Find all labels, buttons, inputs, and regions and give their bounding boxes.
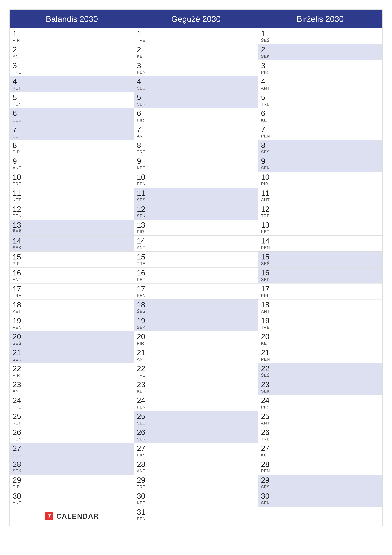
day-number: 14 bbox=[13, 237, 131, 245]
day-name: PIR bbox=[261, 70, 379, 75]
day-name: ŠEŠ bbox=[261, 38, 379, 43]
day-name: TRE bbox=[13, 182, 131, 186]
day-name: SEK bbox=[137, 437, 255, 442]
day-name: ŠEŠ bbox=[13, 453, 131, 458]
day-name: TRE bbox=[13, 293, 131, 298]
day-name: ŠEŠ bbox=[137, 197, 255, 202]
day-number: 26 bbox=[13, 428, 131, 437]
day-name: KET bbox=[137, 166, 255, 170]
day-number: 13 bbox=[13, 221, 131, 229]
day-number: 18 bbox=[261, 301, 379, 309]
month-header-june: Birželis 2030 bbox=[258, 10, 382, 28]
month-header-may: Gegužė 2030 bbox=[134, 10, 258, 28]
day-number: 22 bbox=[13, 365, 131, 373]
day-name: ŠEŠ bbox=[13, 341, 131, 346]
table-row: 18KET18ŠEŠ18ANT bbox=[10, 299, 382, 315]
day-name: SEK bbox=[261, 54, 379, 59]
logo-text: CALENDAR bbox=[56, 512, 99, 520]
day-name: PEN bbox=[137, 293, 255, 298]
day-name: ŠEŠ bbox=[261, 373, 379, 378]
day-number: 14 bbox=[137, 237, 255, 245]
table-row: 9ANT9KET9SEK bbox=[10, 156, 382, 172]
day-name: PEN bbox=[261, 134, 379, 139]
day-number: 9 bbox=[137, 157, 255, 166]
day-number: 21 bbox=[137, 349, 255, 357]
day-name: KET bbox=[13, 309, 131, 314]
table-row: 15PIR15TRE15ŠEŠ bbox=[10, 252, 382, 268]
day-number: 22 bbox=[137, 365, 255, 373]
day-name: ŠEŠ bbox=[261, 150, 379, 154]
day-number: 27 bbox=[261, 444, 379, 453]
table-row: 16ANT16KET16SEK bbox=[10, 267, 382, 283]
day-name: SEK bbox=[137, 102, 255, 107]
table-row: 27ŠEŠ27PIR27KET bbox=[10, 443, 382, 459]
day-number: 26 bbox=[261, 428, 379, 437]
day-name: PIR bbox=[137, 453, 255, 458]
day-name: SEK bbox=[13, 245, 131, 250]
day-name: ANT bbox=[261, 197, 379, 202]
day-name: PEN bbox=[261, 357, 379, 362]
day-name: SEK bbox=[261, 389, 379, 394]
day-number: 25 bbox=[137, 412, 255, 421]
day-name: ANT bbox=[13, 500, 131, 505]
day-number: 3 bbox=[137, 62, 255, 70]
day-name: SEK bbox=[137, 325, 255, 330]
day-number: 16 bbox=[13, 269, 131, 277]
day-name: KET bbox=[137, 54, 255, 59]
table-row: 3TRE3PEN3PIR bbox=[10, 60, 382, 76]
day-number: 4 bbox=[13, 77, 131, 86]
day-number: 26 bbox=[137, 428, 255, 437]
day-name: KET bbox=[137, 389, 255, 394]
day-name: PIR bbox=[13, 261, 131, 266]
table-row: 14SEK14ANT14PEN bbox=[10, 236, 382, 252]
day-name: PEN bbox=[137, 70, 255, 75]
day-number: 27 bbox=[137, 444, 255, 453]
day-name: TRE bbox=[137, 38, 255, 43]
day-number: 17 bbox=[13, 285, 131, 293]
table-row: 7 CALENDAR31PEN bbox=[10, 507, 382, 526]
day-name: ŠEŠ bbox=[261, 261, 379, 266]
day-number: 18 bbox=[13, 301, 131, 309]
day-name: PEN bbox=[13, 325, 131, 330]
day-number: 24 bbox=[137, 396, 255, 405]
day-number: 1 bbox=[137, 29, 255, 38]
table-row: 10TRE10PEN10PIR bbox=[10, 172, 382, 188]
day-number: 28 bbox=[137, 460, 255, 469]
day-number: 15 bbox=[13, 253, 131, 261]
day-number: 19 bbox=[13, 317, 131, 325]
table-row: 5PEN5SEK5TRE bbox=[10, 92, 382, 108]
day-number: 30 bbox=[13, 492, 131, 500]
day-name: TRE bbox=[137, 373, 255, 378]
day-name: TRE bbox=[13, 405, 131, 410]
day-number: 7 bbox=[13, 125, 131, 134]
day-name: ANT bbox=[261, 309, 379, 314]
day-name: ŠEŠ bbox=[137, 309, 255, 314]
day-number: 19 bbox=[137, 317, 255, 325]
day-name: PIR bbox=[137, 118, 255, 123]
day-number: 20 bbox=[13, 333, 131, 341]
day-name: SEK bbox=[261, 277, 379, 282]
table-row: 4KET4ŠEŠ4ANT bbox=[10, 76, 382, 92]
day-number: 7 bbox=[137, 125, 255, 134]
day-name: SEK bbox=[13, 468, 131, 473]
day-number: 5 bbox=[261, 93, 379, 102]
day-number: 21 bbox=[13, 349, 131, 357]
day-number: 18 bbox=[137, 301, 255, 309]
day-name: SEK bbox=[261, 500, 379, 505]
day-number: 20 bbox=[261, 333, 379, 341]
day-name: ŠEŠ bbox=[137, 421, 255, 426]
table-row: 24TRE24PEN24PIR bbox=[10, 395, 382, 411]
table-row: 21SEK21ANT21PEN bbox=[10, 347, 382, 363]
day-number: 23 bbox=[137, 380, 255, 389]
day-number: 22 bbox=[261, 365, 379, 373]
day-number: 5 bbox=[137, 93, 255, 102]
day-number: 4 bbox=[261, 77, 379, 86]
table-row: 1PIR1TRE1ŠEŠ bbox=[10, 28, 382, 44]
day-name: PIR bbox=[137, 229, 255, 234]
day-number: 6 bbox=[13, 109, 131, 118]
day-name: PIR bbox=[261, 293, 379, 298]
day-number: 31 bbox=[137, 508, 255, 516]
table-row: 30ANT30KET30SEK bbox=[10, 491, 382, 507]
day-name: TRE bbox=[261, 102, 379, 107]
day-number: 24 bbox=[13, 396, 131, 405]
